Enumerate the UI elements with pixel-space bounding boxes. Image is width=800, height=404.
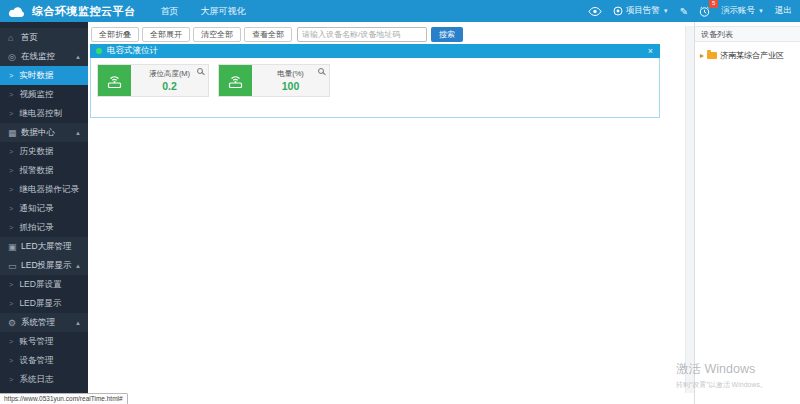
caret-up-icon: ▲ [75,263,81,269]
collapse-all-button[interactable]: 全部折叠 [91,27,139,42]
chevron-right-icon: > [9,299,13,308]
sidebar-item-led-projection-display[interactable]: ▭LED投屏显示▲ [0,256,88,275]
tree-node-label: 济南某综合产业区 [720,50,784,61]
chevron-right-icon: > [9,147,13,156]
chevron-right-icon: > [9,375,13,384]
sidebar-item-led-screen-management[interactable]: ▣LED大屏管理 [0,237,88,256]
chevron-right-icon: > [9,185,13,194]
home-icon: ⌂ [8,33,21,43]
sidebar-item-alarm-data[interactable]: >报警数据 [0,161,88,180]
panel-body: 液位高度(M)0.2电量(%)100 [90,58,660,118]
sidebar-item-label: 系统管理 [21,317,55,329]
sidebar-item-relay-control[interactable]: >继电器控制 [0,104,88,123]
sidebar-item-label: 报警数据 [19,165,53,177]
sidebar-item-history-data[interactable]: >历史数据 [0,142,88,161]
sidebar-item-label: 继电器操作记录 [19,184,79,196]
chevron-right-icon: > [9,280,13,289]
monitor-icon: ◎ [8,52,21,62]
clear-all-button[interactable]: 清空全部 [193,27,241,42]
alarm-count-badge: 5 [709,0,718,8]
gear-icon: ⚙ [8,318,21,328]
sidebar-item-label: LED大屏管理 [21,241,72,253]
chevron-down-icon: ▼ [758,8,764,14]
sidebar: ⌂首页◎在线监控▲>实时数据>视频监控>继电器控制▦数据中心▲>历史数据>报警数… [0,22,88,404]
tree-node-jinan-industrial-zone[interactable]: ▸济南某综合产业区 [695,50,800,61]
data-icon: ▦ [8,128,21,138]
device-data-panel: 电容式液位计 × 液位高度(M)0.2电量(%)100 [90,44,660,118]
sensor-value: 100 [282,80,300,92]
sidebar-item-label: 设备管理 [19,355,53,367]
top-nav: 首页大屏可视化 [150,0,257,22]
account-label: 演示账号 [721,5,755,17]
sidebar-item-data-center[interactable]: ▦数据中心▲ [0,123,88,142]
view-all-button[interactable]: 查看全部 [244,27,292,42]
search-input[interactable] [297,27,427,42]
sidebar-item-label: 继电器控制 [19,108,62,120]
project-alarm-dropdown[interactable]: 项目告警 ▼ [613,5,669,17]
chevron-right-icon: > [9,109,13,118]
nav-item-home[interactable]: 首页 [150,5,190,18]
logout-button[interactable]: 退出 [775,5,792,17]
sidebar-item-label: LED屏显示 [19,298,61,310]
search-button[interactable]: 搜索 [431,27,463,42]
alarm-clock-button[interactable]: 5 [699,6,710,17]
sensor-card[interactable]: 电量(%)100 [218,64,330,97]
chevron-right-icon: > [9,166,13,175]
tree-expand-icon[interactable]: ▸ [700,52,704,60]
sidebar-item-led-screen-settings[interactable]: >LED屏设置 [0,275,88,294]
sidebar-item-label: LED屏设置 [19,279,61,291]
sensor-card[interactable]: 液位高度(M)0.2 [97,64,209,97]
sidebar-item-system-management[interactable]: ⚙系统管理▲ [0,313,88,332]
panel-title: 电容式液位计 [107,45,158,57]
header-right-group: 项目告警 ▼ ✎ 5 演示账号 ▼ 退出 [588,0,792,22]
sidebar-item-label: 在线监控 [21,51,55,63]
sidebar-item-label: 抓拍记录 [19,222,53,234]
eye-icon[interactable] [588,7,602,16]
app-root: 综合环境监控云平台 首页大屏可视化 项目告警 ▼ ✎ 5 演示账号 ▼ 退出 [0,0,800,404]
vertical-scrollbar[interactable] [685,26,694,393]
sidebar-item-system-log[interactable]: >系统日志 [0,370,88,389]
magnifier-icon[interactable] [197,68,203,74]
sidebar-item-label: 通知记录 [19,203,53,215]
chevron-right-icon: > [9,356,13,365]
caret-up-icon: ▲ [75,320,81,326]
sensor-device-icon [98,65,131,96]
sidebar-item-snapshot-log[interactable]: >抓拍记录 [0,218,88,237]
caret-up-icon: ▲ [75,130,81,136]
chevron-right-icon: > [9,90,13,99]
sidebar-item-label: 账号管理 [19,336,53,348]
sidebar-item-account-management[interactable]: >账号管理 [0,332,88,351]
globe-icon [613,6,623,16]
close-icon[interactable]: × [648,44,653,58]
chevron-right-icon: > [9,204,13,213]
nav-item-big-screen[interactable]: 大屏可视化 [190,5,257,18]
chevron-right-icon: > [9,223,13,232]
account-dropdown[interactable]: 演示账号 ▼ [721,5,764,17]
sidebar-item-led-screen-display[interactable]: >LED屏显示 [0,294,88,313]
sidebar-item-notification-log[interactable]: >通知记录 [0,199,88,218]
chevron-down-icon: ▼ [663,8,669,14]
expand-all-button[interactable]: 全部展开 [142,27,190,42]
online-status-dot [96,48,102,54]
led-icon: ▣ [8,242,21,252]
device-list-panel: 设备列表 ▸济南某综合产业区 [695,22,800,404]
sidebar-item-realtime-data[interactable]: >实时数据 [0,66,88,85]
magnifier-icon[interactable] [318,68,324,74]
page-title: 综合环境监控云平台 [32,4,136,19]
chevron-right-icon: > [9,337,13,346]
project-alarm-label: 项目告警 [626,5,660,17]
edit-pencil-icon[interactable]: ✎ [680,6,688,17]
top-header: 综合环境监控云平台 首页大屏可视化 项目告警 ▼ ✎ 5 演示账号 ▼ 退出 [0,0,800,22]
sidebar-item-relay-operation-log[interactable]: >继电器操作记录 [0,180,88,199]
cloud-logo-icon [8,5,26,18]
sensor-device-icon [219,65,252,96]
sidebar-item-device-management[interactable]: >设备管理 [0,351,88,370]
caret-up-icon: ▲ [75,54,81,60]
sensor-label: 电量(%) [277,69,304,79]
sidebar-item-label: 视频监控 [19,89,53,101]
sidebar-item-video-monitoring[interactable]: >视频监控 [0,85,88,104]
sidebar-item-label: LED投屏显示 [21,260,72,272]
sidebar-item-online-monitoring[interactable]: ◎在线监控▲ [0,47,88,66]
sidebar-item-label: 历史数据 [19,146,53,158]
sidebar-item-home[interactable]: ⌂首页 [0,28,88,47]
